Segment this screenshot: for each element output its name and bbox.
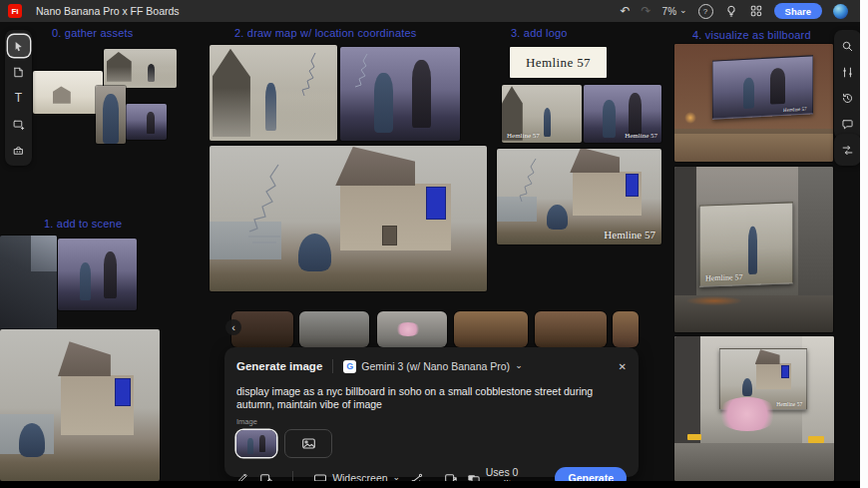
roof-shape <box>755 349 780 364</box>
asset-logo-foggy[interactable]: Hemline 57 <box>502 85 582 143</box>
asset-billboard-street-1[interactable]: Hemline 57 <box>674 44 833 162</box>
result-thumb-2[interactable] <box>299 311 369 347</box>
asset-stone-person-dusk[interactable] <box>58 239 137 310</box>
select-tool[interactable] <box>8 35 30 57</box>
text-tool-icon: T <box>15 91 22 105</box>
help-icon[interactable]: ? <box>698 4 713 19</box>
result-thumb-5[interactable] <box>535 311 607 347</box>
filters-tool[interactable] <box>837 61 859 83</box>
sliders-icon <box>841 66 854 79</box>
assets-tool[interactable] <box>8 139 30 161</box>
roof-shape <box>570 149 620 173</box>
search-tool[interactable] <box>837 35 859 57</box>
wet-street-shape <box>674 443 834 481</box>
top-bar: Fi Nano Banana Pro x FF Boards ↶ ↷ 7% ⌄ … <box>0 0 860 22</box>
building-right-shape <box>798 167 833 305</box>
asset-house-sitting-person[interactable] <box>0 329 160 481</box>
cherry-blossom-shape <box>395 322 421 336</box>
autumn-leaves-shape <box>687 296 741 306</box>
lightbulb-icon[interactable] <box>724 4 738 18</box>
canvas-label-visualize-billboard[interactable]: 4. visualize as billboard <box>692 29 811 41</box>
result-thumb-4[interactable] <box>454 311 528 347</box>
asset-billboard-street-2[interactable]: Hemline 57 <box>674 167 833 332</box>
watermark-text: Hemline 57 <box>507 132 540 140</box>
asset-logo-dusk[interactable]: Hemline 57 <box>584 85 661 143</box>
workflow-icon[interactable] <box>410 471 424 481</box>
image-section-label: Image <box>224 411 639 426</box>
canvas-label-add-to-scene[interactable]: 1. add to scene <box>44 218 122 230</box>
asset-white-field-barn[interactable] <box>33 71 103 114</box>
asset-foggy-barn-with-map[interactable] <box>210 45 337 141</box>
blue-window-shape <box>115 378 130 406</box>
close-panel-icon[interactable]: ✕ <box>619 361 627 372</box>
canvas-label-gather-assets[interactable]: 0. gather assets <box>52 27 133 39</box>
canvas-label-add-logo[interactable]: 3. add logo <box>511 27 568 39</box>
apps-settings-icon[interactable] <box>749 4 763 18</box>
asset-dusk-person-stone-with-map[interactable] <box>340 47 460 141</box>
reference-image-thumb[interactable] <box>236 430 276 457</box>
firefly-logo-icon[interactable]: Fi <box>8 4 22 18</box>
stone-shape <box>104 251 117 299</box>
blue-window-shape <box>781 365 789 378</box>
cursor-icon <box>12 40 25 53</box>
export-image-icon[interactable] <box>444 471 458 481</box>
sitting-figure-shape <box>742 378 752 396</box>
user-avatar[interactable] <box>833 4 848 19</box>
house-shape <box>61 375 135 436</box>
watermark-text: Hemline 57 <box>604 229 655 241</box>
right-toolbar <box>834 30 860 140</box>
taxi-shape <box>687 434 701 440</box>
asset-logo-main-scene[interactable]: Hemline 57 <box>497 149 661 244</box>
streetlight-glow <box>684 112 696 124</box>
asset-denim-person-portrait[interactable] <box>96 86 126 144</box>
model-selector-dropdown[interactable]: G Gemini 3 (w/ Nano Banana Pro) ⌄ <box>343 360 522 373</box>
figure-shape <box>247 438 253 454</box>
add-reference-image-button[interactable] <box>284 429 332 458</box>
sitting-figure-shape <box>19 423 45 456</box>
zoom-level-dropdown[interactable]: 7% ⌄ <box>662 6 687 17</box>
asset-billboard-street-3[interactable]: Hemline 57 <box>674 336 834 481</box>
stone-shape <box>770 68 785 105</box>
sitting-figure-shape <box>298 234 331 271</box>
frame-tool[interactable] <box>8 113 30 135</box>
image-settings-icon[interactable] <box>259 471 273 481</box>
aspect-ratio-dropdown[interactable]: Widescreen ⌄ <box>313 472 400 481</box>
logo-card-text: Hemline 57 <box>526 55 591 71</box>
map-sketch-overlay <box>510 157 550 211</box>
panel-title: Generate image <box>236 360 322 372</box>
generate-image-panel: Generate image G Gemini 3 (w/ Nano Banan… <box>224 347 639 477</box>
asset-dark-building[interactable] <box>0 236 57 330</box>
pen-tool-icon[interactable] <box>236 471 249 481</box>
flows-tool[interactable] <box>837 139 859 161</box>
fog-overlay <box>210 88 337 141</box>
watermark-text: Hemline 57 <box>705 271 743 281</box>
generate-button[interactable]: Generate <box>555 467 627 481</box>
result-thumb-6[interactable] <box>613 311 639 347</box>
undo-icon[interactable]: ↶ <box>620 5 630 17</box>
board-canvas[interactable]: 0. gather assets 1. add to scene 2. draw… <box>0 22 860 481</box>
result-thumb-3[interactable] <box>377 311 447 347</box>
asset-main-scene-map-house[interactable] <box>210 146 487 291</box>
taxi-shape <box>808 436 824 443</box>
stone-shape <box>629 93 642 136</box>
asset-dusk-standing-stone[interactable] <box>126 104 167 140</box>
figure-shape <box>748 226 757 273</box>
history-tool[interactable] <box>837 87 859 109</box>
comments-tool[interactable] <box>837 113 859 135</box>
figure-shape <box>743 78 755 109</box>
map-sketch-overlay <box>347 52 377 92</box>
text-tool[interactable]: T <box>8 87 30 109</box>
credits-indicator: Uses 0 credits <box>467 466 545 481</box>
bottom-letterbox <box>0 481 860 488</box>
share-button[interactable]: Share <box>774 3 822 19</box>
prompt-input[interactable]: display image as a nyc billboard in soho… <box>224 381 639 411</box>
billboard-shape: Hemline 57 <box>699 202 793 286</box>
asset-foggy-barn-figure[interactable] <box>104 49 177 88</box>
barn-shape <box>53 86 71 103</box>
strip-prev-button[interactable]: ‹ <box>225 319 241 335</box>
canvas-label-draw-map[interactable]: 2. draw map w/ location coordinates <box>234 27 416 39</box>
cherry-blossom-shape <box>716 397 778 431</box>
note-tool[interactable] <box>8 61 30 83</box>
image-placeholder-icon <box>301 436 316 451</box>
logo-card[interactable]: Hemline 57 <box>510 47 607 78</box>
